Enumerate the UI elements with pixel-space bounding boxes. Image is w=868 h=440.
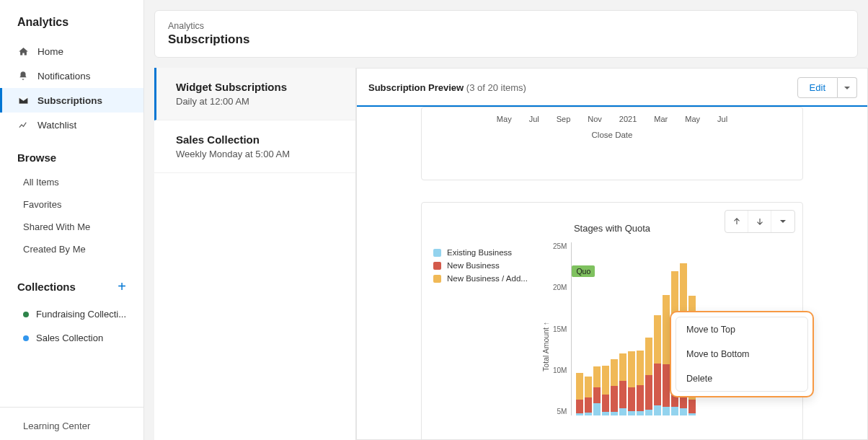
legend-swatch-icon <box>433 262 441 270</box>
collection-sales[interactable]: Sales Collection <box>0 326 143 350</box>
bar-segment <box>663 295 670 364</box>
preview-title-group: Subscription Preview (3 of 20 items) <box>368 82 526 93</box>
quota-badge: Quo <box>572 265 595 277</box>
bar-segment <box>576 373 583 399</box>
preview-header: Subscription Preview (3 of 20 items) Edi… <box>357 69 867 107</box>
bar-stack <box>637 351 644 415</box>
subscription-name: Sales Collection <box>176 133 342 146</box>
sidebar-item-label: Subscriptions <box>37 95 102 106</box>
more-actions-button[interactable] <box>771 211 794 232</box>
popover-item-delete[interactable]: Delete <box>676 366 807 391</box>
bar-stack <box>645 338 652 415</box>
bar-segment <box>637 411 644 415</box>
sidebar-browse-heading: Browse <box>0 151 143 164</box>
subscription-card-widget[interactable]: Widget Subscriptions Daily at 12:00 AM <box>154 68 355 120</box>
bar-segment <box>654 364 661 405</box>
tick-label: Mar <box>654 115 668 123</box>
legend-swatch-icon <box>433 249 441 257</box>
tick-label: 15M <box>553 325 567 333</box>
bar-segment <box>654 405 661 415</box>
x-axis-ticks: May Jul Sep Nov 2021 Mar May Jul <box>429 115 795 123</box>
bell-icon <box>17 70 29 82</box>
bar-segment <box>688 400 696 413</box>
tick-label: 25M <box>553 242 567 250</box>
bar-segment <box>688 413 696 415</box>
bar-segment <box>585 377 592 397</box>
page-title: Subscriptions <box>168 32 844 47</box>
legend-swatch-icon <box>433 275 441 283</box>
sidebar-item-notifications[interactable]: Notifications <box>0 63 143 88</box>
move-up-button[interactable] <box>725 211 748 232</box>
browse-favorites[interactable]: Favorites <box>0 193 143 216</box>
status-dot-icon <box>23 312 29 317</box>
bar-segment <box>654 315 661 364</box>
bar-stack <box>585 377 592 415</box>
preview-title: Subscription Preview <box>368 82 464 93</box>
collections-title: Collections <box>17 281 76 293</box>
collection-label: Sales Collection <box>36 333 103 343</box>
tick-label: May <box>497 115 512 123</box>
preview-body[interactable]: May Jul Sep Nov 2021 Mar May Jul Close D… <box>357 107 867 439</box>
bar-segment <box>645 375 652 410</box>
browse-created[interactable]: Created By Me <box>0 238 143 260</box>
bar-stack <box>602 366 609 415</box>
bar-segment <box>663 407 670 415</box>
sidebar-item-home[interactable]: Home <box>0 39 143 63</box>
bar-stack <box>663 295 670 415</box>
sidebar-item-label: Watchlist <box>37 120 76 131</box>
sidebar-item-subscriptions[interactable]: Subscriptions <box>0 88 143 113</box>
add-collection-button[interactable]: + <box>118 279 126 294</box>
bar-segment <box>602 412 609 415</box>
learning-center-link[interactable]: Learning Center <box>0 408 143 440</box>
preview-count: (3 of 20 items) <box>466 82 526 93</box>
preview-pane: Subscription Preview (3 of 20 items) Edi… <box>356 68 868 440</box>
edit-button[interactable]: Edit <box>797 77 838 98</box>
breadcrumb[interactable]: Analytics <box>168 21 844 31</box>
bar-segment <box>611 359 618 385</box>
chart-card-actions <box>725 210 795 233</box>
edit-dropdown-button[interactable] <box>838 77 857 98</box>
tick-label: May <box>685 115 700 123</box>
main-area: Analytics Subscriptions Widget Subscript… <box>144 0 868 440</box>
content-row: Widget Subscriptions Daily at 12:00 AM S… <box>144 68 868 440</box>
bar-segment <box>576 413 583 415</box>
bar-stack <box>593 366 601 415</box>
subscription-name: Widget Subscriptions <box>176 81 342 93</box>
sidebar-item-label: Home <box>37 46 63 57</box>
bar-segment <box>680 408 687 415</box>
bar-segment <box>593 387 601 403</box>
bar-segment <box>585 397 592 413</box>
legend-label: New Business / Add... <box>447 274 528 283</box>
bar-stack <box>576 373 583 415</box>
legend-label: New Business <box>447 261 500 270</box>
bar-segment <box>637 385 644 411</box>
trend-icon <box>17 119 29 131</box>
bar-segment <box>628 387 635 412</box>
move-down-button[interactable] <box>748 211 771 232</box>
sidebar-item-watchlist[interactable]: Watchlist <box>0 113 143 137</box>
popover-item-move-top[interactable]: Move to Top <box>676 317 807 342</box>
y-axis-label: Total Amount ↑ <box>541 322 550 371</box>
legend-item: New Business / Add... <box>433 274 541 283</box>
bar-segment <box>585 413 592 415</box>
bar-segment <box>611 386 618 412</box>
bar-segment <box>671 407 678 415</box>
bar-segment <box>628 351 635 387</box>
bar-segment <box>645 338 652 376</box>
bar-stack <box>654 315 661 415</box>
bar-stack <box>619 353 626 415</box>
browse-shared[interactable]: Shared With Me <box>0 216 143 238</box>
tick-label: Jul <box>529 115 539 123</box>
browse-all-items[interactable]: All Items <box>0 171 143 193</box>
popover-wrap: Move to Top Move to Bottom Delete <box>670 311 814 397</box>
chart-legend: Existing Business New Business New Busin… <box>433 242 541 439</box>
collection-fundraising[interactable]: Fundraising Collecti... <box>0 302 143 326</box>
bar-segment <box>593 403 601 415</box>
bar-segment <box>619 408 626 415</box>
sidebar: Analytics Home Notifications Subscriptio… <box>0 0 144 440</box>
popover-item-move-bottom[interactable]: Move to Bottom <box>676 342 807 366</box>
bar-segment <box>602 366 609 395</box>
subscription-card-sales[interactable]: Sales Collection Weekly Monday at 5:00 A… <box>154 120 355 173</box>
tick-label: 10M <box>553 366 567 374</box>
tick-label: Jul <box>717 115 727 123</box>
